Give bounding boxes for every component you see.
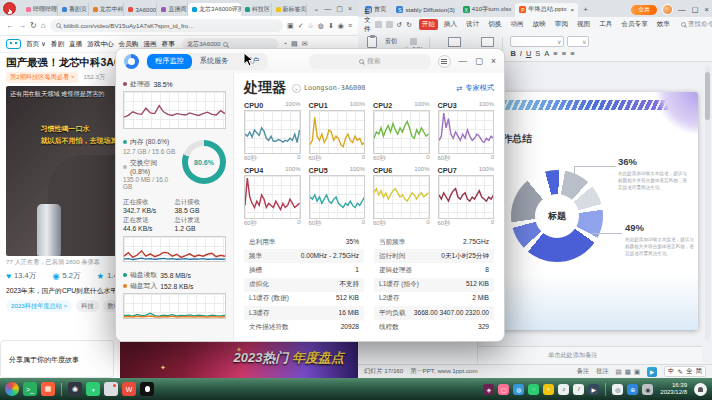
redo-icon[interactable]: ↻ (406, 21, 412, 29)
input-method-bar[interactable]: 中✎全简 (664, 366, 706, 377)
magnifier-tray-icon[interactable]: ◎ (612, 384, 623, 395)
like-button[interactable]: ♥13.4万 (6, 271, 36, 281)
wps-doc-tab[interactable]: Sstably Diffusion(3) (392, 3, 458, 17)
header-icon[interactable]: ✉ (302, 40, 308, 48)
cut-button[interactable]: 剪切 (385, 37, 397, 46)
wechat-tray-icon[interactable]: ◌ (528, 384, 539, 395)
toolbar-icon[interactable]: ⬇ (328, 22, 334, 30)
browser-tab[interactable]: 3A6000 (124, 3, 157, 16)
view-mode-icon[interactable]: ▦ (625, 368, 631, 376)
member-button[interactable]: 会员 (631, 5, 657, 15)
minimize-button[interactable]: — (459, 56, 468, 66)
ribbon-tab-2[interactable]: 设计 (463, 19, 482, 30)
screen-recorder-icon[interactable] (104, 382, 118, 396)
ribbon-tab-7[interactable]: 视图 (574, 19, 593, 30)
sidebar-cpu-row[interactable]: 处理器 38.5% (123, 79, 226, 89)
view-mode-icon[interactable]: ▤ (616, 368, 622, 376)
wps-doc-tab[interactable]: P年终总结.pptx× (515, 3, 578, 17)
toolbar-icon[interactable]: ☆ (308, 22, 314, 30)
maximize-button[interactable]: ▢ (475, 56, 483, 66)
linux-tux-icon[interactable] (140, 382, 154, 396)
ribbon-tab-6[interactable]: 审阅 (552, 19, 571, 30)
slide[interactable]: 工作总结 标题 36% 在此处添加详细文本描述，建议与标题相关并符合整体语言风格… (488, 92, 698, 330)
bilibili-nav-item[interactable]: 番剧 (51, 40, 64, 49)
ribbon-tab-1[interactable]: 插入 (441, 19, 460, 30)
toolbar-icon[interactable]: ▣ (287, 22, 294, 30)
format-i-button[interactable]: I (520, 49, 522, 58)
toolbar-icon[interactable]: ✓ (298, 22, 304, 30)
close-doc-icon[interactable]: × (571, 6, 575, 13)
share-story-card[interactable]: 分享属于你的年度故事 (0, 340, 114, 378)
reload-icon[interactable]: ↻ (30, 21, 37, 30)
site-info-icon[interactable] (56, 23, 61, 28)
sidebar-memory-block[interactable]: 内存 (80.6%) 12.7 GB / 15.6 GB 交换空间 (0.8%)… (123, 137, 226, 190)
energy-tray-icon[interactable]: ◐ (543, 384, 554, 395)
align-button[interactable]: ≡ (570, 49, 574, 58)
tag-item[interactable]: 科技 (76, 300, 98, 312)
menu-icon[interactable] (438, 55, 451, 68)
browser-tab[interactable]: 番剧页 (58, 3, 89, 16)
header-icon[interactable]: ▤ (291, 40, 298, 48)
browser-tab[interactable]: 科技区 (241, 3, 272, 16)
tag-activity[interactable]: 2023科技年度总结 > (6, 300, 72, 312)
notes-toggle[interactable]: 备注 (577, 367, 589, 376)
close-button[interactable]: × (491, 56, 496, 66)
avatar[interactable] (662, 4, 673, 15)
address-bar[interactable]: bilibili.com/video/BV15uAy1A7sK?spm_id_f… (50, 19, 283, 32)
ribbon-tab-4[interactable]: 动画 (507, 19, 526, 30)
coin-button[interactable]: ◉5.2万 (52, 271, 80, 281)
minimize-button[interactable]: — (324, 5, 331, 13)
hot-rank-badge[interactable]: 第2期科技区每周必看 > (6, 72, 78, 83)
monitor-tab-0[interactable]: 程序监控 (147, 54, 192, 69)
align-button[interactable]: ≡ (562, 49, 566, 58)
monitor-search-box[interactable]: 搜索 (309, 54, 431, 69)
ribbon-tab-8[interactable]: 工具 (596, 19, 615, 30)
launcher-icon[interactable] (5, 382, 19, 396)
search-icon[interactable] (223, 42, 228, 47)
volume-tray-icon[interactable]: ♪ (558, 384, 569, 395)
sidebar-disk-read[interactable]: 磁盘读取 35.8 MB/s (123, 270, 226, 280)
sidebar-network-block[interactable]: 正在接收342.7 KB/s总计接收38.5 GB正在发送44.6 KB/s总计… (123, 198, 226, 234)
play-tray-icon[interactable]: ▶ (588, 384, 599, 395)
eye-tray-icon[interactable]: ◉ (642, 384, 653, 395)
camera-app-icon[interactable]: ◉ (68, 382, 82, 396)
back-icon[interactable]: ← (6, 21, 14, 30)
pen-tray-icon[interactable]: / (573, 384, 584, 395)
app-store-icon[interactable]: ▦ (41, 382, 55, 396)
bilibili-nav-item[interactable]: 首页 ∨ (26, 40, 46, 49)
bilibili-tray-icon[interactable]: ▢ (498, 384, 509, 395)
find-command[interactable]: 查找命令 (681, 20, 712, 29)
toolbar-icon[interactable]: ◉ (338, 22, 344, 30)
align-button[interactable]: ≡ (553, 49, 557, 58)
maximize-button[interactable]: ▢ (336, 5, 343, 13)
font-family-select[interactable]: ∨ (510, 36, 564, 47)
undo-icon[interactable]: ↺ (397, 21, 403, 29)
browser-logo-icon[interactable] (3, 2, 16, 15)
slideshow-play-button[interactable]: ▶ (647, 367, 657, 377)
promo-banner[interactable]: ✦ ✦ 2023热门 年度盘点 (120, 342, 358, 378)
monitor-tab-1[interactable]: 系统服务 (192, 54, 237, 69)
ribbon-tab-3[interactable]: 切换 (485, 19, 504, 30)
ribbon-tab-0[interactable]: 开始 (419, 19, 438, 30)
ribbon-tab-5[interactable]: 放映 (530, 19, 549, 30)
format-a-button[interactable]: A (544, 49, 549, 58)
new-document-tab-button[interactable]: + (580, 5, 591, 14)
wps-icon[interactable]: W (122, 382, 136, 396)
browser-tab[interactable]: 龙芯3A6000评测 (188, 3, 241, 16)
forward-icon[interactable]: → (18, 21, 26, 30)
wps-doc-tab[interactable]: X410字turn.xlsx (459, 3, 516, 17)
ribbon-tab-9[interactable]: 会员专享 (618, 19, 650, 30)
comments-toggle[interactable]: 批注 (596, 367, 608, 376)
close-button[interactable]: × (348, 5, 352, 13)
voice-tray-icon[interactable]: ◈ (483, 384, 494, 395)
wechat-icon[interactable]: ◖ (86, 382, 100, 396)
print-icon[interactable] (386, 21, 393, 28)
scrollbar-thumb[interactable] (705, 72, 710, 120)
terminal-icon[interactable]: >_ (23, 382, 37, 396)
save-icon[interactable] (375, 21, 382, 28)
browser-tray-icon[interactable]: ◍ (513, 384, 524, 395)
toolbar-icon[interactable]: ◍ (318, 22, 324, 30)
header-icon[interactable]: ◔ (283, 40, 287, 48)
taskbar-clock[interactable]: 16:39 2023/12/8 (660, 382, 687, 397)
bilibili-nav-item[interactable]: 游戏中心 (87, 40, 113, 49)
